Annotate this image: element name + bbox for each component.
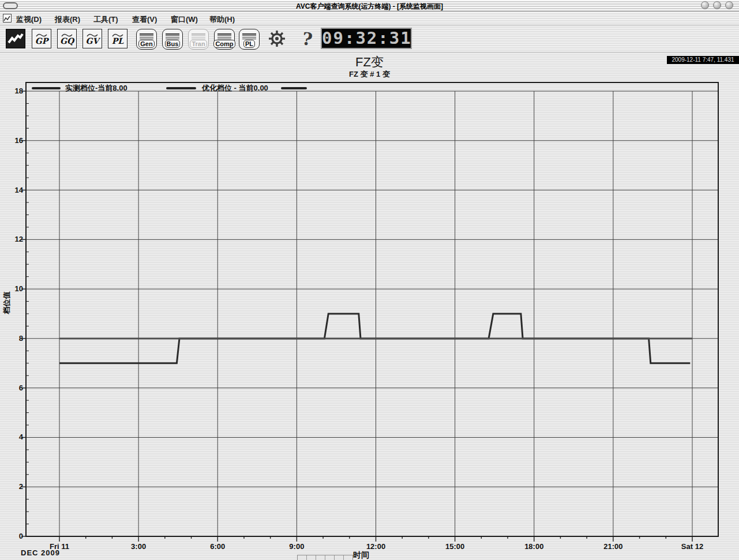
y-axis-label: 档位值 xyxy=(2,285,12,320)
y-tick-label: 2 xyxy=(1,482,23,491)
y-tick-label: 0 xyxy=(1,532,23,540)
y-tick-label: 6 xyxy=(1,384,23,392)
x-tick-label: 21:00 xyxy=(593,542,633,551)
x-tick-label: 12:00 xyxy=(356,542,396,551)
x-tick-label: 3:00 xyxy=(118,542,159,551)
month-year-label: DEC 2009 xyxy=(21,548,60,557)
legend-swatch-measured xyxy=(32,87,61,89)
y-tick-label: 14 xyxy=(1,186,23,194)
legend-swatch-optimized xyxy=(166,87,196,89)
y-tick-label: 4 xyxy=(1,433,23,441)
x-tick-label: Sat 12 xyxy=(672,542,712,551)
y-tick-label: 16 xyxy=(1,136,23,145)
x-tick-label: 6:00 xyxy=(197,542,238,551)
y-tick-label: 12 xyxy=(1,235,23,243)
x-axis-label: 时间 xyxy=(353,550,369,560)
x-tick-label: 18:00 xyxy=(514,542,554,551)
x-tick-label: 9:00 xyxy=(276,542,317,551)
time-scrollbar[interactable] xyxy=(297,555,353,560)
y-tick-label: 18 xyxy=(1,87,23,95)
x-tick-label: 15:00 xyxy=(435,542,475,551)
legend-label-measured: 实测档位-当前8.00 xyxy=(65,83,127,93)
chart-frame xyxy=(26,82,718,536)
app-window: { "window": { "title": "AVC客户端查询系统(运方终端)… xyxy=(0,0,739,560)
legend-swatch-extra xyxy=(281,87,307,89)
y-tick-label: 8 xyxy=(1,334,23,343)
legend-label-optimized: 优化档位 - 当前0.00 xyxy=(202,83,268,93)
